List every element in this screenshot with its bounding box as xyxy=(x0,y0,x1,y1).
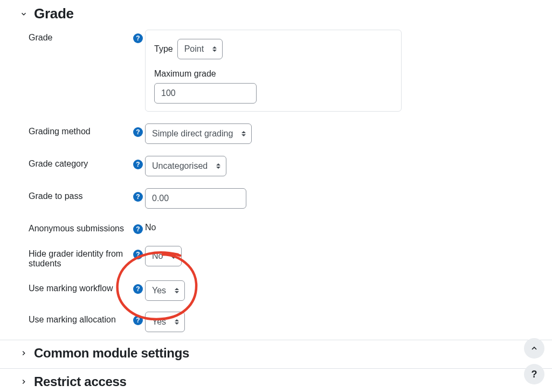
select-hide-grader[interactable]: No xyxy=(145,246,182,266)
help-icon-anon[interactable]: ? xyxy=(133,224,143,234)
chevron-right-icon xyxy=(19,348,29,358)
label-grade: Grade xyxy=(29,33,52,43)
floating-buttons: ? xyxy=(524,338,544,384)
row-grading-method: Grading method ? Simple direct grading xyxy=(29,122,533,144)
select-grade-type[interactable]: Point xyxy=(177,39,223,59)
scroll-to-top-button[interactable] xyxy=(524,338,544,359)
select-grade-category-value: Uncategorised xyxy=(152,161,208,171)
grade-box: Type Point Maximum grade xyxy=(145,30,402,112)
row-marking-workflow: Use marking workflow ? Yes xyxy=(29,279,533,301)
row-marking-allocation: Use marking allocation ? Yes xyxy=(29,311,533,332)
select-hide-grader-value: No xyxy=(152,251,163,261)
select-workflow[interactable]: Yes xyxy=(145,280,185,301)
label-grading-method: Grading method xyxy=(29,127,91,136)
help-icon-grading-method[interactable]: ? xyxy=(133,127,143,137)
row-hide-grader: Hide grader identity from students ? No xyxy=(29,245,533,269)
select-grading-method[interactable]: Simple direct grading xyxy=(145,123,252,144)
sort-icon xyxy=(242,131,246,136)
section-title-grade: Grade xyxy=(34,5,74,22)
help-icon-allocation[interactable]: ? xyxy=(133,315,143,325)
divider xyxy=(0,368,552,369)
sort-icon xyxy=(175,319,179,325)
section-title-restrict: Restrict access xyxy=(34,374,127,389)
help-icon-hide-grader[interactable]: ? xyxy=(133,250,143,259)
label-grade-to-pass: Grade to pass xyxy=(29,191,83,201)
grade-section-body: Grade ? Type Point Maximum grade xyxy=(19,29,533,332)
label-hide-grader: Hide grader identity from students xyxy=(29,249,131,269)
label-allocation: Use marking allocation xyxy=(29,315,116,325)
chevron-down-icon xyxy=(19,9,29,19)
row-grade-to-pass: Grade to pass ? xyxy=(29,187,533,209)
select-workflow-value: Yes xyxy=(152,286,166,295)
label-grade-type: Type xyxy=(154,44,173,54)
help-button[interactable]: ? xyxy=(524,364,544,384)
select-grade-category[interactable]: Uncategorised xyxy=(145,156,226,176)
label-anon: Anonymous submissions xyxy=(29,224,124,233)
help-icon-grade-to-pass[interactable]: ? xyxy=(133,192,143,202)
select-grading-method-value: Simple direct grading xyxy=(152,129,233,139)
help-icon-workflow[interactable]: ? xyxy=(133,284,143,294)
sort-icon xyxy=(171,253,176,259)
help-icon-grade[interactable]: ? xyxy=(133,33,143,43)
row-anon-submissions: Anonymous submissions ? No xyxy=(29,219,533,234)
select-grade-type-value: Point xyxy=(184,44,204,54)
chevron-right-icon xyxy=(19,377,29,387)
sort-icon xyxy=(175,288,179,293)
section-title-common: Common module settings xyxy=(34,346,189,361)
section-header-grade[interactable]: Grade xyxy=(19,5,533,22)
sort-icon xyxy=(212,46,217,52)
label-workflow: Use marking workflow xyxy=(29,284,113,293)
select-allocation-value: Yes xyxy=(152,317,166,327)
input-grade-to-pass[interactable] xyxy=(145,188,246,209)
label-max-grade: Maximum grade xyxy=(154,69,392,79)
section-header-restrict[interactable]: Restrict access xyxy=(19,374,533,389)
input-max-grade[interactable] xyxy=(154,83,257,104)
row-grade-category: Grade category ? Uncategorised xyxy=(29,155,533,176)
divider xyxy=(0,340,552,340)
label-grade-category: Grade category xyxy=(29,159,88,169)
section-header-common[interactable]: Common module settings xyxy=(19,346,533,361)
sort-icon xyxy=(216,163,220,169)
row-grade: Grade ? Type Point Maximum grade xyxy=(29,29,533,112)
select-allocation[interactable]: Yes xyxy=(145,312,185,332)
help-icon-grade-category[interactable]: ? xyxy=(133,160,143,169)
value-anon: No xyxy=(145,223,156,232)
